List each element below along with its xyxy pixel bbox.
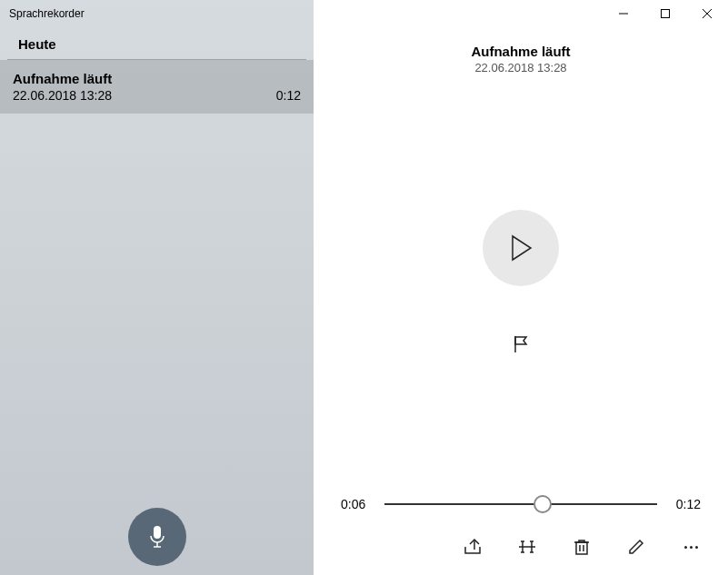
- add-marker-button[interactable]: [506, 330, 535, 359]
- svg-marker-7: [513, 236, 531, 260]
- delete-button[interactable]: [570, 535, 593, 559]
- minimize-icon: [619, 9, 628, 18]
- svg-rect-4: [662, 10, 670, 18]
- trim-button[interactable]: [515, 535, 539, 559]
- delete-icon: [573, 538, 590, 556]
- flag-icon: [512, 334, 530, 354]
- play-button[interactable]: [483, 210, 559, 286]
- sidebar: Sprachrekorder Heute Aufnahme läuft 22.0…: [0, 0, 314, 575]
- minimize-button[interactable]: [603, 0, 644, 27]
- timeline: 0:06 0:12: [314, 493, 728, 524]
- share-icon: [463, 538, 483, 556]
- recording-item-title: Aufnahme läuft: [13, 71, 301, 86]
- detail-timestamp: 22.06.2018 13:28: [314, 61, 728, 74]
- recording-list: Aufnahme läuft 22.06.2018 13:28 0:12: [0, 60, 314, 575]
- recording-item-timestamp: 22.06.2018 13:28: [13, 88, 112, 103]
- time-current: 0:06: [341, 497, 372, 511]
- rename-icon: [627, 538, 645, 556]
- rename-button[interactable]: [624, 535, 648, 559]
- bottom-actions: [314, 524, 728, 575]
- detail-title: Aufnahme läuft: [314, 44, 728, 59]
- share-button[interactable]: [461, 535, 484, 559]
- more-button[interactable]: [679, 535, 703, 559]
- play-icon: [509, 234, 533, 262]
- close-button[interactable]: [686, 0, 728, 27]
- maximize-button[interactable]: [644, 0, 686, 27]
- seek-thumb[interactable]: [534, 495, 552, 513]
- trim-icon: [517, 539, 537, 555]
- svg-rect-0: [154, 526, 161, 539]
- record-button[interactable]: [128, 508, 186, 566]
- svg-rect-17: [576, 542, 587, 554]
- section-header-today: Heute: [7, 27, 306, 60]
- main-panel: Aufnahme läuft 22.06.2018 13:28 0:06 0:1…: [314, 0, 728, 575]
- time-total: 0:12: [670, 497, 701, 511]
- seek-track[interactable]: [384, 493, 657, 515]
- more-icon: [684, 546, 687, 549]
- maximize-icon: [661, 9, 670, 18]
- detail-header: Aufnahme läuft 22.06.2018 13:28: [314, 44, 728, 74]
- window-controls: [603, 0, 728, 27]
- close-icon: [703, 9, 712, 18]
- microphone-icon: [146, 524, 168, 550]
- seek-track-line: [384, 503, 657, 505]
- app-title: Sprachrekorder: [0, 0, 314, 27]
- recording-item[interactable]: Aufnahme läuft 22.06.2018 13:28 0:12: [0, 60, 314, 114]
- recording-item-duration: 0:12: [276, 88, 301, 103]
